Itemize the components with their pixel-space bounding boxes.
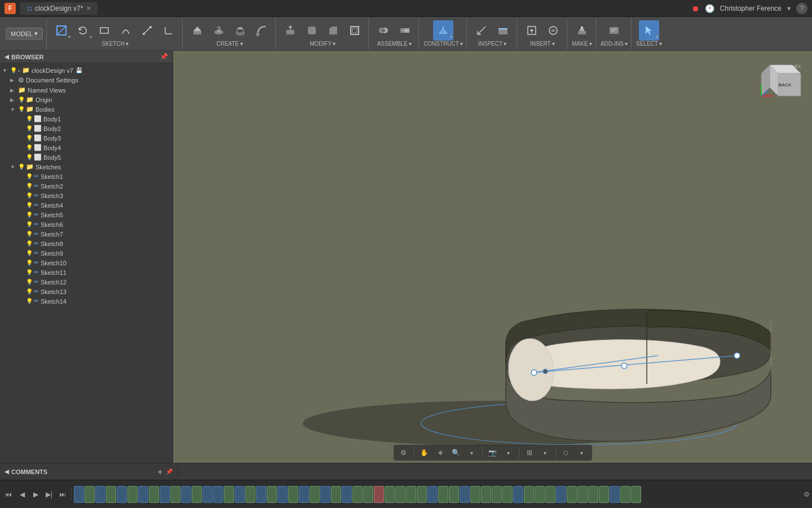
timeline-feature-48[interactable] bbox=[577, 486, 588, 503]
3dprint-button[interactable] bbox=[572, 20, 592, 41]
decal-button[interactable] bbox=[543, 20, 563, 41]
timeline-feature-33[interactable] bbox=[417, 486, 427, 503]
timeline-feature-1[interactable] bbox=[74, 486, 84, 503]
tree-item-body1[interactable]: ▶ 💡 ⬜ Body1 bbox=[0, 114, 173, 124]
zoom-button[interactable]: 🔍 bbox=[449, 446, 463, 459]
sweep-button[interactable] bbox=[251, 20, 272, 41]
tree-item-sketch9[interactable]: ▶ 💡 ✏ Sketch9 bbox=[0, 248, 173, 258]
scripts-button[interactable] bbox=[604, 20, 624, 41]
tree-item-sketch14[interactable]: ▶ 💡 ✏ Sketch14 bbox=[0, 296, 173, 306]
timeline-feature-17[interactable] bbox=[245, 486, 255, 503]
collapse-comments-arrow[interactable]: ◀ bbox=[5, 468, 9, 475]
viewport[interactable]: BACK 401 ⚙ ✋ ✥ 🔍 ▾ 📷 ▾ ⊞ ▾ ⬡ bbox=[173, 51, 812, 463]
timeline-feature-28[interactable] bbox=[363, 486, 373, 503]
rigid-group-button[interactable] bbox=[395, 20, 415, 41]
timeline-feature-8[interactable] bbox=[149, 486, 159, 503]
joint-button[interactable] bbox=[373, 20, 394, 41]
timeline-feature-32[interactable] bbox=[406, 486, 416, 503]
body2-visibility-icon[interactable]: 💡 bbox=[26, 125, 33, 132]
bodies-visibility-icon[interactable]: 💡 bbox=[18, 106, 25, 112]
tree-item-body5[interactable]: ▶ 💡 ⬜ Body5 bbox=[0, 152, 173, 162]
construct-arrow[interactable]: ▾ bbox=[460, 41, 463, 47]
timeline-feature-29[interactable] bbox=[374, 486, 384, 503]
body4-visibility-icon[interactable]: 💡 bbox=[26, 144, 33, 151]
arc-tool-button[interactable] bbox=[116, 20, 136, 41]
body5-visibility-icon[interactable]: 💡 bbox=[26, 154, 33, 160]
timeline-feature-46[interactable] bbox=[556, 486, 566, 503]
timeline-feature-31[interactable] bbox=[395, 486, 405, 503]
timeline-next-button[interactable]: ▶| bbox=[43, 488, 55, 501]
timeline-feature-5[interactable] bbox=[117, 486, 127, 503]
view-options-button[interactable]: ▾ bbox=[575, 446, 589, 459]
sketch9-visibility-icon[interactable]: 💡 bbox=[26, 250, 33, 256]
chamfer-button[interactable] bbox=[323, 20, 343, 41]
user-dropdown-icon[interactable]: ▾ bbox=[787, 5, 791, 12]
timeline-feature-3[interactable] bbox=[95, 486, 105, 503]
grid-options-button[interactable]: ▾ bbox=[539, 446, 552, 459]
timeline-feature-12[interactable] bbox=[192, 486, 202, 503]
fillet-tool-button[interactable] bbox=[158, 20, 179, 41]
insert-arrow[interactable]: ▾ bbox=[552, 41, 555, 47]
timeline-feature-26[interactable] bbox=[342, 486, 352, 503]
loft-button[interactable] bbox=[230, 20, 250, 41]
tree-item-sketches[interactable]: ▼ 💡 📁 Sketches bbox=[0, 162, 173, 172]
comments-pin-button[interactable]: 📌 bbox=[166, 468, 173, 475]
timeline-feature-23[interactable] bbox=[310, 486, 320, 503]
add-comment-button[interactable]: + bbox=[158, 467, 162, 476]
timeline-feature-38[interactable] bbox=[470, 486, 480, 503]
pan-button[interactable]: ✥ bbox=[434, 446, 447, 459]
body1-visibility-icon[interactable]: 💡 bbox=[26, 116, 33, 122]
tree-item-sketch8[interactable]: ▶ 💡 ✏ Sketch8 bbox=[0, 239, 173, 248]
tree-item-root[interactable]: ▼ 💡 ▪ 📁 clockDesign v7 💾 bbox=[0, 65, 173, 75]
sketch7-visibility-icon[interactable]: 💡 bbox=[26, 231, 33, 237]
timeline-feature-30[interactable] bbox=[385, 486, 395, 503]
display-mode-button[interactable]: 📷 bbox=[486, 446, 500, 459]
body3-visibility-icon[interactable]: 💡 bbox=[26, 135, 33, 141]
username-label[interactable]: Christopher Ference bbox=[720, 5, 782, 12]
sketch8-visibility-icon[interactable]: 💡 bbox=[26, 240, 33, 247]
timeline-feature-43[interactable] bbox=[524, 486, 534, 503]
addins-arrow[interactable]: ▾ bbox=[625, 41, 628, 47]
root-visibility-icon[interactable]: 💡 bbox=[10, 67, 17, 73]
origin-arrow[interactable]: ▶ bbox=[10, 97, 18, 103]
timeline-feature-45[interactable] bbox=[545, 486, 555, 503]
timeline-feature-7[interactable] bbox=[138, 486, 148, 503]
tree-item-bodies[interactable]: ▼ 💡 📁 Bodies bbox=[0, 104, 173, 114]
timeline-first-button[interactable]: ⏮ bbox=[2, 488, 15, 501]
tree-item-sketch11[interactable]: ▶ 💡 ✏ Sketch11 bbox=[0, 268, 173, 277]
timeline-feature-47[interactable] bbox=[567, 486, 577, 503]
tree-item-body3[interactable]: ▶ 💡 ⬜ Body3 bbox=[0, 133, 173, 143]
help-button[interactable]: ? bbox=[796, 3, 807, 14]
zoom-options-button[interactable]: ▾ bbox=[465, 446, 479, 459]
timeline-feature-40[interactable] bbox=[492, 486, 502, 503]
tree-item-body4[interactable]: ▶ 💡 ⬜ Body4 bbox=[0, 143, 173, 152]
create-arrow[interactable]: ▾ bbox=[240, 41, 243, 47]
viewport-settings-button[interactable]: ⚙ bbox=[397, 446, 411, 459]
sketch10-visibility-icon[interactable]: 💡 bbox=[26, 260, 33, 266]
timeline-feature-42[interactable] bbox=[513, 486, 523, 503]
timeline-feature-50[interactable] bbox=[599, 486, 609, 503]
modify-arrow[interactable]: ▾ bbox=[333, 41, 336, 47]
timeline-feature-37[interactable] bbox=[460, 486, 470, 503]
timeline-feature-41[interactable] bbox=[502, 486, 513, 503]
timeline-feature-35[interactable] bbox=[438, 486, 448, 503]
tree-item-sketch5[interactable]: ▶ 💡 ✏ Sketch5 bbox=[0, 210, 173, 220]
timeline-feature-19[interactable] bbox=[267, 486, 277, 503]
timeline-play-button[interactable]: ▶ bbox=[29, 488, 42, 501]
origin-visibility-icon[interactable]: 💡 bbox=[18, 97, 25, 103]
timeline-feature-24[interactable] bbox=[320, 486, 330, 503]
sketches-visibility-icon[interactable]: 💡 bbox=[18, 164, 25, 170]
measure-button[interactable] bbox=[471, 20, 492, 41]
timeline-settings-button[interactable]: ⚙ bbox=[804, 491, 810, 498]
root-save-icon[interactable]: 💾 bbox=[76, 67, 82, 73]
timeline-feature-11[interactable] bbox=[181, 486, 191, 503]
timeline-feature-39[interactable] bbox=[481, 486, 491, 503]
timeline-feature-49[interactable] bbox=[588, 486, 598, 503]
timeline-prev-button[interactable]: ◀ bbox=[16, 488, 28, 501]
timeline-feature-36[interactable] bbox=[449, 486, 459, 503]
timeline-feature-53[interactable] bbox=[631, 486, 641, 503]
shell-button[interactable] bbox=[345, 20, 365, 41]
timeline-feature-9[interactable] bbox=[160, 486, 170, 503]
grid-button[interactable]: ⊞ bbox=[523, 446, 536, 459]
tree-item-sketch13[interactable]: ▶ 💡 ✏ Sketch13 bbox=[0, 287, 173, 296]
